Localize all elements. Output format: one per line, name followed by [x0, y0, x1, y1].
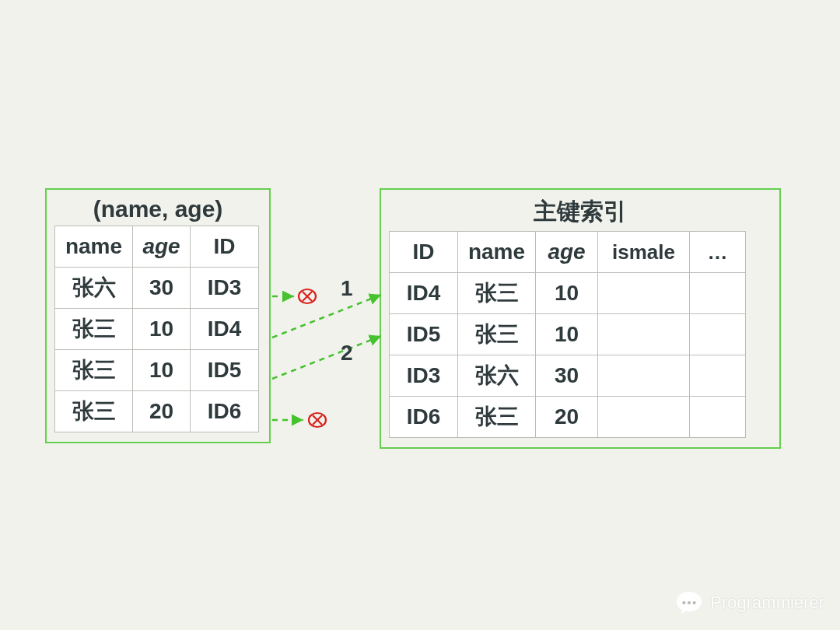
- table-row: 张三 20 ID6: [55, 391, 259, 432]
- table-header-row: ID name age ismale …: [390, 232, 746, 273]
- cell-age: 10: [133, 309, 191, 350]
- table-row: ID4 张三 10: [390, 273, 746, 314]
- cell-id: ID4: [390, 273, 458, 314]
- table-row: 张六 30 ID3: [55, 268, 259, 309]
- cell-id: ID4: [191, 309, 259, 350]
- secondary-index-table: name age ID 张六 30 ID3 张三 10 ID4 张三 10 ID…: [54, 226, 259, 432]
- table-header-row: name age ID: [55, 226, 259, 268]
- col-header: …: [690, 232, 746, 273]
- watermark: Programmierer: [674, 590, 824, 616]
- cell-name: 张三: [458, 397, 536, 438]
- cell-name: 张三: [55, 309, 133, 350]
- arrow-id5-lookup: [272, 336, 381, 379]
- table-row: ID5 张三 10: [390, 314, 746, 355]
- cell-name: 张三: [55, 350, 133, 391]
- svg-point-7: [688, 601, 691, 604]
- cell-age: 20: [536, 397, 598, 438]
- secondary-index-panel: (name, age) name age ID 张六 30 ID3 张三 10 …: [45, 188, 271, 443]
- cell-ismale: [598, 273, 690, 314]
- table-row: ID3 张六 30: [390, 355, 746, 397]
- col-header: age: [536, 232, 598, 273]
- cell-id: ID5: [191, 350, 259, 391]
- cell-id: ID5: [390, 314, 458, 355]
- cell-etc: [690, 314, 746, 355]
- primary-index-table: ID name age ismale … ID4 张三 10 ID5 张三 10…: [389, 231, 746, 438]
- primary-index-title: 主键索引: [389, 196, 772, 228]
- watermark-text: Programmierer: [710, 593, 824, 613]
- cell-name: 张六: [55, 268, 133, 309]
- svg-line-1: [303, 292, 312, 301]
- table-row: ID6 张三 20: [390, 397, 746, 438]
- col-header: ID: [191, 226, 259, 268]
- cell-etc: [690, 397, 746, 438]
- svg-line-4: [313, 415, 322, 425]
- cell-id: ID3: [191, 268, 259, 309]
- col-header: name: [55, 226, 133, 268]
- cell-etc: [690, 355, 746, 397]
- cell-etc: [690, 273, 746, 314]
- cell-age: 10: [133, 350, 191, 391]
- reject-icon: [299, 289, 316, 303]
- cell-age: 10: [536, 273, 598, 314]
- cell-name: 张六: [458, 355, 536, 397]
- cell-id: ID3: [390, 355, 458, 397]
- cell-name: 张三: [458, 314, 536, 355]
- svg-point-6: [683, 601, 686, 604]
- cell-age: 30: [536, 355, 598, 397]
- primary-index-panel: 主键索引 ID name age ismale … ID4 张三 10 ID5 …: [380, 188, 781, 449]
- col-header: name: [458, 232, 536, 273]
- cell-name: 张三: [55, 391, 133, 432]
- cell-ismale: [598, 314, 690, 355]
- svg-point-8: [693, 601, 696, 604]
- arrow-label-1: 1: [341, 276, 353, 301]
- svg-point-3: [309, 413, 326, 427]
- arrow-id4-lookup: [272, 295, 381, 338]
- table-row: 张三 10 ID4: [55, 309, 259, 350]
- cell-id: ID6: [390, 397, 458, 438]
- cell-name: 张三: [458, 273, 536, 314]
- cell-ismale: [598, 355, 690, 397]
- cell-ismale: [598, 397, 690, 438]
- cell-age: 20: [133, 391, 191, 432]
- table-row: 张三 10 ID5: [55, 350, 259, 391]
- cell-age: 10: [536, 314, 598, 355]
- speech-bubble-icon: [674, 590, 704, 616]
- arrow-label-2: 2: [341, 341, 353, 366]
- svg-line-5: [313, 415, 322, 425]
- secondary-index-title: (name, age): [54, 196, 261, 222]
- col-header: ID: [390, 232, 458, 273]
- svg-line-2: [303, 292, 312, 301]
- col-header: ismale: [598, 232, 690, 273]
- svg-point-0: [299, 289, 316, 303]
- cell-age: 30: [133, 268, 191, 309]
- col-header: age: [133, 226, 191, 268]
- reject-icon: [309, 413, 326, 427]
- cell-id: ID6: [191, 391, 259, 432]
